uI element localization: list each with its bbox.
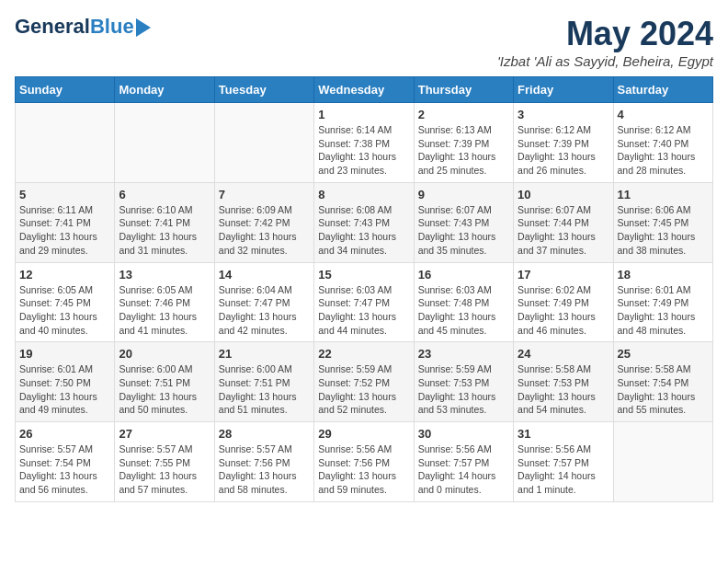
title-block: May 2024 'Izbat 'Ali as Sayyid, Beheira,… — [497, 15, 713, 69]
day-info: Sunrise: 6:11 AMSunset: 7:41 PMDaylight:… — [19, 203, 110, 258]
day-number: 6 — [119, 188, 210, 201]
calendar-cell: 19Sunrise: 6:01 AMSunset: 7:50 PMDayligh… — [16, 342, 115, 422]
day-number: 30 — [418, 427, 509, 441]
calendar-cell: 18Sunrise: 6:01 AMSunset: 7:49 PMDayligh… — [613, 262, 712, 342]
day-number: 18 — [618, 268, 709, 282]
day-info: Sunrise: 6:07 AMSunset: 7:43 PMDaylight:… — [418, 203, 509, 258]
day-info: Sunrise: 5:59 AMSunset: 7:53 PMDaylight:… — [418, 362, 509, 417]
day-number: 17 — [518, 268, 609, 282]
calendar-cell: 11Sunrise: 6:06 AMSunset: 7:45 PMDayligh… — [613, 182, 712, 262]
day-info: Sunrise: 6:00 AMSunset: 7:51 PMDaylight:… — [219, 362, 310, 417]
calendar-cell: 13Sunrise: 6:05 AMSunset: 7:46 PMDayligh… — [115, 262, 214, 342]
day-number: 20 — [119, 347, 210, 361]
weekday-header-saturday: Saturday — [613, 77, 712, 103]
calendar-cell: 9Sunrise: 6:07 AMSunset: 7:43 PMDaylight… — [414, 182, 513, 262]
calendar-cell: 1Sunrise: 6:14 AMSunset: 7:38 PMDaylight… — [314, 103, 414, 183]
day-info: Sunrise: 6:12 AMSunset: 7:39 PMDaylight:… — [518, 123, 609, 178]
day-number: 10 — [518, 188, 609, 201]
calendar-cell: 14Sunrise: 6:04 AMSunset: 7:47 PMDayligh… — [214, 262, 313, 342]
day-info: Sunrise: 6:03 AMSunset: 7:47 PMDaylight:… — [318, 283, 409, 338]
day-number: 23 — [418, 347, 509, 361]
day-info: Sunrise: 6:03 AMSunset: 7:48 PMDaylight:… — [418, 283, 509, 338]
calendar-cell: 23Sunrise: 5:59 AMSunset: 7:53 PMDayligh… — [414, 342, 513, 422]
calendar-cell: 3Sunrise: 6:12 AMSunset: 7:39 PMDaylight… — [514, 103, 613, 183]
day-number: 15 — [318, 268, 409, 282]
day-info: Sunrise: 6:13 AMSunset: 7:39 PMDaylight:… — [418, 123, 509, 178]
day-info: Sunrise: 5:57 AMSunset: 7:54 PMDaylight:… — [19, 442, 110, 497]
calendar-cell: 16Sunrise: 6:03 AMSunset: 7:48 PMDayligh… — [414, 262, 513, 342]
calendar-week-row: 1Sunrise: 6:14 AMSunset: 7:38 PMDaylight… — [16, 103, 713, 183]
calendar-cell: 20Sunrise: 6:00 AMSunset: 7:51 PMDayligh… — [115, 342, 214, 422]
logo-arrow-icon — [136, 18, 151, 37]
day-number: 7 — [219, 188, 310, 201]
day-info: Sunrise: 6:06 AMSunset: 7:45 PMDaylight:… — [618, 203, 709, 258]
day-info: Sunrise: 6:01 AMSunset: 7:50 PMDaylight:… — [19, 362, 110, 417]
calendar-cell: 31Sunrise: 5:56 AMSunset: 7:57 PMDayligh… — [514, 422, 613, 502]
day-number: 11 — [618, 188, 709, 201]
weekday-header-wednesday: Wednesday — [314, 77, 414, 103]
day-info: Sunrise: 5:56 AMSunset: 7:56 PMDaylight:… — [318, 442, 409, 497]
calendar-cell: 5Sunrise: 6:11 AMSunset: 7:41 PMDaylight… — [16, 182, 115, 262]
calendar-table: SundayMondayTuesdayWednesdayThursdayFrid… — [15, 76, 713, 502]
calendar-cell: 15Sunrise: 6:03 AMSunset: 7:47 PMDayligh… — [314, 262, 414, 342]
calendar-cell: 17Sunrise: 6:02 AMSunset: 7:49 PMDayligh… — [514, 262, 613, 342]
day-number: 24 — [518, 347, 609, 361]
weekday-header-monday: Monday — [115, 77, 214, 103]
calendar-week-row: 19Sunrise: 6:01 AMSunset: 7:50 PMDayligh… — [16, 342, 713, 422]
page-header: General Blue May 2024 'Izbat 'Ali as Say… — [15, 15, 713, 69]
calendar-cell: 27Sunrise: 5:57 AMSunset: 7:55 PMDayligh… — [115, 422, 214, 502]
calendar-cell: 25Sunrise: 5:58 AMSunset: 7:54 PMDayligh… — [613, 342, 712, 422]
day-info: Sunrise: 5:57 AMSunset: 7:56 PMDaylight:… — [219, 442, 310, 497]
day-info: Sunrise: 5:56 AMSunset: 7:57 PMDaylight:… — [418, 442, 509, 497]
calendar-cell — [115, 103, 214, 183]
day-number: 26 — [19, 427, 110, 441]
day-info: Sunrise: 6:01 AMSunset: 7:49 PMDaylight:… — [618, 283, 709, 338]
day-number: 2 — [418, 108, 509, 121]
day-number: 9 — [418, 188, 509, 201]
day-number: 12 — [19, 268, 110, 282]
day-info: Sunrise: 6:07 AMSunset: 7:44 PMDaylight:… — [518, 203, 609, 258]
day-number: 25 — [618, 347, 709, 361]
day-number: 4 — [618, 108, 709, 121]
calendar-cell: 12Sunrise: 6:05 AMSunset: 7:45 PMDayligh… — [16, 262, 115, 342]
calendar-cell: 10Sunrise: 6:07 AMSunset: 7:44 PMDayligh… — [514, 182, 613, 262]
calendar-cell: 24Sunrise: 5:58 AMSunset: 7:53 PMDayligh… — [514, 342, 613, 422]
day-number: 13 — [119, 268, 210, 282]
day-info: Sunrise: 6:04 AMSunset: 7:47 PMDaylight:… — [219, 283, 310, 338]
calendar-cell — [16, 103, 115, 183]
weekday-header-thursday: Thursday — [414, 77, 513, 103]
calendar-cell — [613, 422, 712, 502]
day-info: Sunrise: 6:14 AMSunset: 7:38 PMDaylight:… — [318, 123, 409, 178]
day-number: 28 — [219, 427, 310, 441]
calendar-cell: 29Sunrise: 5:56 AMSunset: 7:56 PMDayligh… — [314, 422, 414, 502]
day-info: Sunrise: 6:02 AMSunset: 7:49 PMDaylight:… — [518, 283, 609, 338]
day-number: 27 — [119, 427, 210, 441]
calendar-week-row: 5Sunrise: 6:11 AMSunset: 7:41 PMDaylight… — [16, 182, 713, 262]
day-number: 3 — [518, 108, 609, 121]
day-info: Sunrise: 5:57 AMSunset: 7:55 PMDaylight:… — [119, 442, 210, 497]
day-info: Sunrise: 6:00 AMSunset: 7:51 PMDaylight:… — [119, 362, 210, 417]
calendar-cell: 8Sunrise: 6:08 AMSunset: 7:43 PMDaylight… — [314, 182, 414, 262]
location-subtitle: 'Izbat 'Ali as Sayyid, Beheira, Egypt — [497, 53, 713, 69]
weekday-header-sunday: Sunday — [16, 77, 115, 103]
logo-general-text: General — [15, 15, 90, 39]
weekday-header-tuesday: Tuesday — [214, 77, 313, 103]
weekday-header-friday: Friday — [514, 77, 613, 103]
calendar-cell: 26Sunrise: 5:57 AMSunset: 7:54 PMDayligh… — [16, 422, 115, 502]
calendar-cell: 7Sunrise: 6:09 AMSunset: 7:42 PMDaylight… — [214, 182, 313, 262]
calendar-cell: 28Sunrise: 5:57 AMSunset: 7:56 PMDayligh… — [214, 422, 313, 502]
day-number: 22 — [318, 347, 409, 361]
day-info: Sunrise: 6:08 AMSunset: 7:43 PMDaylight:… — [318, 203, 409, 258]
day-info: Sunrise: 5:59 AMSunset: 7:52 PMDaylight:… — [318, 362, 409, 417]
calendar-cell: 21Sunrise: 6:00 AMSunset: 7:51 PMDayligh… — [214, 342, 313, 422]
calendar-week-row: 12Sunrise: 6:05 AMSunset: 7:45 PMDayligh… — [16, 262, 713, 342]
month-title: May 2024 — [497, 15, 713, 53]
day-info: Sunrise: 6:05 AMSunset: 7:45 PMDaylight:… — [19, 283, 110, 338]
day-number: 19 — [19, 347, 110, 361]
day-number: 5 — [19, 188, 110, 201]
calendar-cell: 30Sunrise: 5:56 AMSunset: 7:57 PMDayligh… — [414, 422, 513, 502]
day-info: Sunrise: 5:58 AMSunset: 7:53 PMDaylight:… — [518, 362, 609, 417]
day-info: Sunrise: 6:05 AMSunset: 7:46 PMDaylight:… — [119, 283, 210, 338]
day-info: Sunrise: 6:12 AMSunset: 7:40 PMDaylight:… — [618, 123, 709, 178]
logo: General Blue — [15, 15, 151, 39]
